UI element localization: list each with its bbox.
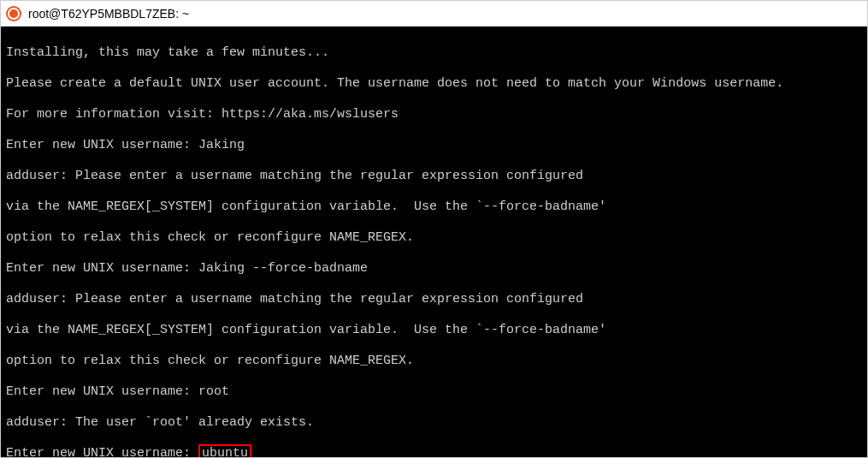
- terminal-line: option to relax this check or reconfigur…: [6, 230, 862, 246]
- terminal-line: option to relax this check or reconfigur…: [6, 354, 862, 369]
- window-title: root@T62YP5MBBDL7ZEB: ~: [28, 7, 189, 21]
- terminal-line: Enter new UNIX username: Jaking --force-…: [6, 261, 862, 277]
- terminal-line: Enter new UNIX username: root: [6, 384, 862, 400]
- highlighted-username: ubuntu: [198, 444, 251, 457]
- terminal-line: adduser: Please enter a username matchin…: [6, 292, 862, 307]
- terminal-line: Enter new UNIX username: Jaking: [6, 138, 862, 153]
- ubuntu-icon: [6, 6, 21, 21]
- terminal-line: via the NAME_REGEX[_SYSTEM] configuratio…: [6, 199, 862, 215]
- terminal-line: Please create a default UNIX user accoun…: [6, 76, 862, 92]
- prompt-text: Enter new UNIX username:: [6, 446, 198, 457]
- terminal-line: Installing, this may take a few minutes.…: [6, 45, 862, 61]
- terminal-line: For more information visit: https://aka.…: [6, 107, 862, 122]
- terminal-line: adduser: Please enter a username matchin…: [6, 169, 862, 184]
- window-titlebar: root@T62YP5MBBDL7ZEB: ~: [1, 1, 867, 27]
- terminal-output[interactable]: Installing, this may take a few minutes.…: [1, 27, 867, 457]
- terminal-line: adduser: The user `root' already exists.: [6, 415, 862, 431]
- terminal-line: Enter new UNIX username: ubuntu: [6, 446, 862, 457]
- terminal-line: via the NAME_REGEX[_SYSTEM] configuratio…: [6, 323, 862, 338]
